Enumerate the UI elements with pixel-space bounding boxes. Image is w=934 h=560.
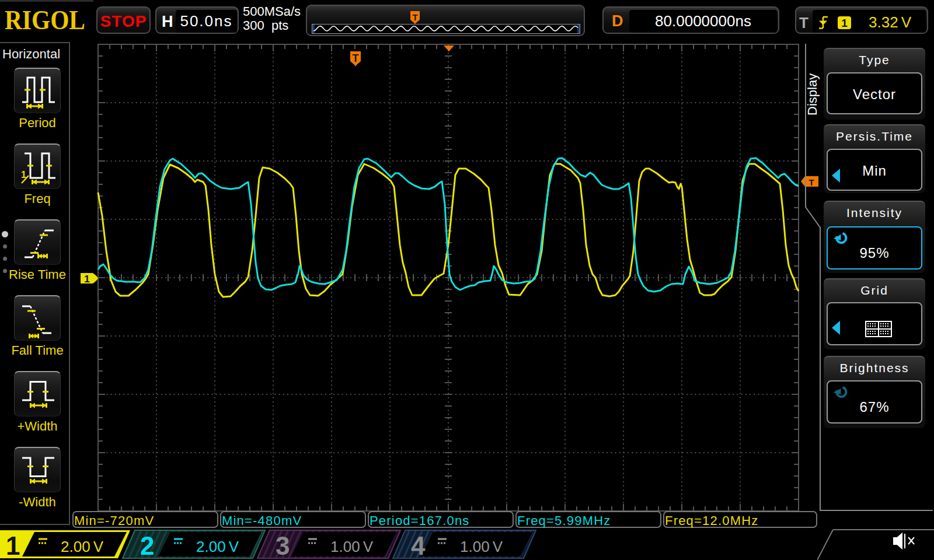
- svg-text:1: 1: [6, 531, 20, 560]
- svg-text:3: 3: [276, 531, 290, 560]
- svg-text:2.00 V: 2.00 V: [196, 538, 239, 555]
- svg-text:T: T: [353, 52, 359, 64]
- svg-text:2: 2: [140, 531, 154, 560]
- svg-text:1.00 V: 1.00 V: [330, 538, 374, 555]
- svg-text:1: 1: [84, 274, 89, 285]
- svg-text:4: 4: [411, 531, 426, 560]
- svg-text:2.00 V: 2.00 V: [61, 538, 104, 555]
- svg-text:1.00 V: 1.00 V: [460, 538, 503, 555]
